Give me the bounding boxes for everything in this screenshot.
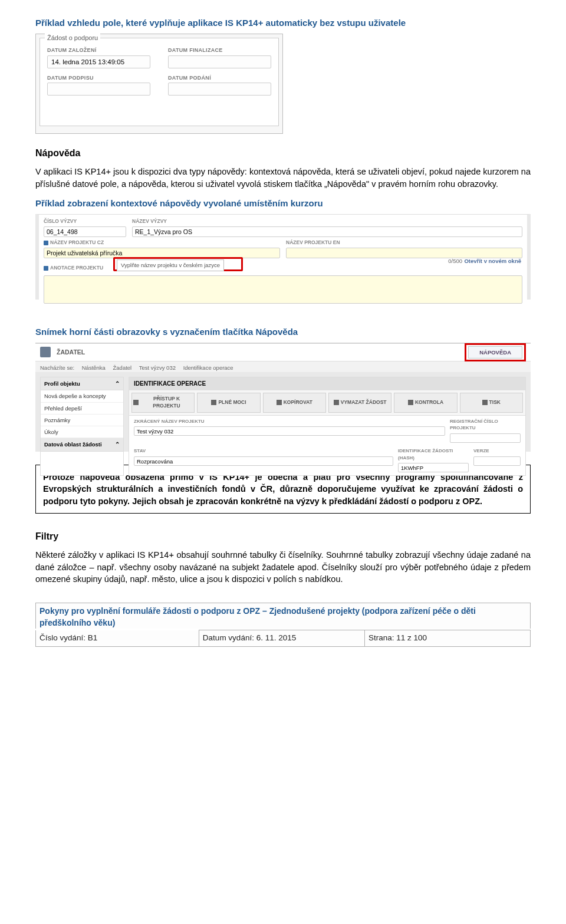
- sidebar-item[interactable]: Přehled depeší: [41, 403, 123, 415]
- toolbar-kontrola[interactable]: KONTROLA: [394, 393, 457, 413]
- paragraph-napoveda: V aplikaci IS KP14+ jsou k dispozici dva…: [35, 166, 531, 190]
- breadcrumb: Nacházíte se: Nástěnka Žadatel Test výzv…: [35, 361, 531, 372]
- example-autofill-title: Příklad vzhledu pole, které vyplňuje apl…: [35, 17, 531, 29]
- example-context-title: Příklad zobrazení kontextové nápovědy vy…: [35, 197, 531, 209]
- copy-icon: [277, 400, 282, 405]
- breadcrumb-item[interactable]: Identifikace operace: [183, 364, 233, 371]
- input-reg-cislo[interactable]: [450, 433, 521, 443]
- input-datum-podani[interactable]: [168, 83, 271, 96]
- example-topbar-title: Snímek horní části obrazovky s vyznačení…: [35, 325, 531, 338]
- users-icon: [133, 400, 139, 405]
- heading-filtry: Filtry: [35, 530, 531, 543]
- input-nazev-en[interactable]: [286, 248, 522, 258]
- input-stav[interactable]: [134, 456, 393, 466]
- label-anotace: ANOTACE PROJEKTU: [44, 265, 103, 272]
- delete-icon: [334, 400, 339, 405]
- sidebar-header-profil[interactable]: Profil objektu⌃: [41, 377, 123, 390]
- chevron-up-icon: ⌃: [115, 440, 120, 448]
- breadcrumb-item[interactable]: Test výzvy 032: [139, 364, 176, 371]
- footer-page-number: Strana: 11 z 100: [364, 630, 530, 647]
- print-icon: [482, 400, 488, 405]
- footer-doc-title: Pokyny pro vyplnění formuláře žádosti o …: [35, 603, 531, 629]
- napoveda-button[interactable]: NÁPOVĚDA: [468, 346, 522, 359]
- input-nazev-cz[interactable]: [44, 248, 280, 258]
- label-datum-podani: DATUM PODÁNÍ: [168, 74, 271, 82]
- napoveda-highlight-box: NÁPOVĚDA: [465, 343, 526, 361]
- label-datum-finalizace: DATUM FINALIZACE: [168, 47, 271, 54]
- input-nazev-vyzvy[interactable]: [132, 226, 522, 237]
- input-cislo-vyzvy[interactable]: [44, 226, 126, 237]
- footer-issue-date: Datum vydání: 6. 11. 2015: [199, 630, 364, 647]
- check-icon: [408, 400, 413, 405]
- label-datum-zalozeni: DATUM ZALOŽENÍ: [47, 47, 150, 54]
- label-cislo-vyzvy: ČÍSLO VÝZVY: [44, 218, 126, 225]
- breadcrumb-item[interactable]: Žadatel: [113, 364, 132, 371]
- toolbar-kopirovat[interactable]: KOPÍROVAT: [263, 393, 326, 413]
- toolbar-tisk[interactable]: TISK: [460, 393, 523, 413]
- screenshot-auto-filled-fields: Žádost o podporu DATUM ZALOŽENÍ DATUM FI…: [35, 34, 283, 134]
- label-datum-podpisu: DATUM PODPISU: [47, 74, 150, 82]
- chevron-up-icon: ⌃: [115, 380, 120, 387]
- input-datum-finalizace[interactable]: [168, 55, 271, 68]
- tab-zadatel[interactable]: ŽADATEL: [57, 348, 85, 357]
- sidebar: Profil objektu⌃ Nová depeše a koncepty P…: [40, 377, 124, 476]
- sidebar-item[interactable]: Nová depeše a koncepty: [41, 390, 123, 402]
- input-zkraceny-nazev[interactable]: [134, 426, 445, 436]
- context-tooltip: Vyplňte název projektu v českém jazyce: [117, 259, 224, 271]
- footer-issue-number: Číslo vydání: B1: [36, 630, 199, 647]
- label-hash: IDENTIFIKACE ŽÁDOSTI (HASH): [398, 448, 469, 461]
- toolbar-plne-moci[interactable]: PLNÉ MOCI: [197, 393, 260, 413]
- breadcrumb-item[interactable]: Nástěnka: [82, 364, 106, 371]
- toolbar-vymazat[interactable]: VYMAZAT ŽÁDOST: [328, 393, 391, 413]
- page-title: IDENTIFIKACE OPERACE: [129, 377, 525, 390]
- envelope-icon: [211, 400, 216, 405]
- input-hash[interactable]: [398, 463, 469, 472]
- heading-napoveda: Nápověda: [35, 147, 531, 160]
- label-stav: STAV: [134, 448, 393, 454]
- sidebar-item[interactable]: Poznámky: [41, 415, 123, 426]
- char-counter: 0/500: [448, 257, 462, 265]
- input-datum-podpisu[interactable]: [47, 83, 150, 96]
- screenshot-topbar-napoveda: ŽADATEL NÁPOVĚDA Nacházíte se: Nástěnka …: [35, 343, 531, 452]
- input-datum-zalozeni[interactable]: [47, 55, 150, 68]
- label-zkraceny-nazev: ZKRÁCENÝ NÁZEV PROJEKTU: [134, 418, 445, 425]
- label-reg-cislo: REGISTRAČNÍ ČÍSLO PROJEKTU: [450, 418, 521, 431]
- screenshot-context-tooltip: ČÍSLO VÝZVY NÁZEV VÝZVY NÁZEV PROJEKTU C…: [35, 214, 531, 300]
- open-new-window-link[interactable]: Otevřít v novém okně: [464, 257, 521, 265]
- label-nazev-cz: NÁZEV PROJEKTU CZ: [44, 239, 280, 246]
- fieldset-legend: Žádost o podporu: [45, 34, 100, 42]
- label-nazev-en: NÁZEV PROJEKTU EN: [286, 239, 522, 246]
- paragraph-filtry: Některé záložky v aplikaci IS KP14+ obsa…: [35, 549, 531, 585]
- label-nazev-vyzvy: NÁZEV VÝZVY: [132, 218, 522, 225]
- input-verze[interactable]: [473, 456, 521, 466]
- home-icon[interactable]: [40, 347, 51, 357]
- footer-meta-table: Číslo vydání: B1 Datum vydání: 6. 11. 20…: [35, 630, 531, 647]
- toolbar-pristup[interactable]: PŘÍSTUP K PROJEKTU: [131, 393, 195, 413]
- label-verze: VERZE: [473, 448, 521, 454]
- sidebar-header-datova[interactable]: Datová oblast žádosti⌃: [41, 438, 123, 451]
- sidebar-item[interactable]: Úkoly: [41, 426, 123, 438]
- textarea-anotace[interactable]: [44, 275, 522, 304]
- main-panel: IDENTIFIKACE OPERACE PŘÍSTUP K PROJEKTU …: [129, 377, 526, 476]
